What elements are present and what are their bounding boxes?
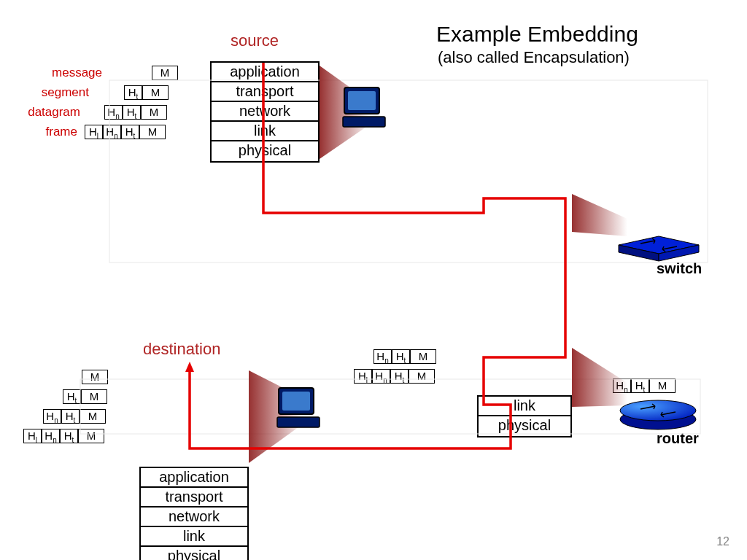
router-row-datagram: HnHtM: [374, 349, 436, 364]
hdr-Ht: Ht: [123, 105, 141, 120]
switch-stack: link physical: [477, 395, 572, 438]
svg-point-16: [620, 400, 696, 421]
hdr-Ht: Ht: [61, 409, 80, 424]
router-icon: [620, 400, 696, 429]
switch-stack-shadow: [483, 188, 578, 230]
dst-row-segment: HtM: [63, 389, 107, 404]
dst-row-frame: HlHnHtM: [23, 429, 104, 443]
encap-label-segment: segment: [31, 85, 89, 100]
layer-link: link: [479, 397, 570, 416]
svg-rect-1: [80, 379, 700, 434]
source-stack: application transport network link physi…: [210, 61, 320, 163]
hdr-Hl: Hl: [23, 429, 42, 443]
svg-point-15: [620, 409, 696, 429]
switch-device-label: switch: [657, 260, 702, 277]
svg-rect-9: [279, 388, 314, 414]
dest-stack-shadow: [145, 361, 255, 463]
hdr-M: M: [141, 105, 167, 120]
svg-marker-12: [619, 236, 699, 254]
dst-row-message: M: [82, 370, 108, 384]
layer-physical: physical: [212, 141, 318, 161]
svg-marker-14: [659, 245, 699, 261]
page-number: 12: [716, 535, 729, 548]
computer-icon: [277, 388, 320, 427]
src-row-message: M: [152, 66, 178, 80]
hdr-Hn: Hn: [103, 125, 121, 139]
hdr-M: M: [142, 85, 169, 100]
hdr-M: M: [139, 125, 166, 139]
svg-rect-0: [109, 80, 708, 262]
hdr-Ht: Ht: [121, 125, 139, 139]
hdr-Hn: Hn: [104, 105, 123, 120]
encap-label-datagram: datagram: [22, 105, 80, 120]
hdr-M: M: [409, 369, 435, 384]
svg-marker-2: [320, 66, 371, 159]
encap-label-frame: frame: [26, 125, 77, 139]
hdr-Ht: Ht: [124, 85, 142, 100]
hdr-Ht: Ht: [392, 349, 410, 364]
svg-marker-4: [572, 194, 627, 236]
svg-rect-10: [282, 392, 310, 411]
hdr-Hl: Hl: [354, 369, 372, 384]
svg-rect-6: [344, 88, 379, 114]
layer-network: network: [141, 508, 247, 527]
hdr-Hn: Hn: [43, 409, 61, 424]
hdr-M: M: [81, 389, 107, 404]
hdr-M: M: [82, 370, 108, 384]
hdr-Hn: Hn: [613, 378, 631, 393]
hdr-Ht: Ht: [631, 378, 649, 393]
encap-label-message: message: [44, 66, 102, 80]
layer-transport: transport: [141, 488, 247, 508]
hdr-M: M: [80, 409, 106, 424]
diagram-svg: [0, 0, 747, 560]
svg-rect-7: [348, 91, 376, 110]
hdr-M: M: [152, 66, 178, 80]
layer-application: application: [141, 468, 247, 488]
switch-icon: [619, 236, 699, 261]
layer-link: link: [141, 527, 247, 547]
layer-transport: transport: [212, 82, 318, 102]
dst-row-datagram: HnHtM: [43, 409, 106, 424]
layer-physical: physical: [141, 547, 247, 560]
svg-marker-13: [619, 245, 659, 261]
src-row-frame: HlHnHtM: [85, 125, 166, 139]
layer-link: link: [212, 122, 318, 141]
hdr-Hn: Hn: [372, 369, 390, 384]
layer-application: application: [212, 63, 318, 82]
computer-icon: [343, 88, 385, 127]
hdr-M: M: [410, 349, 436, 364]
hdr-Hl: Hl: [85, 125, 103, 139]
svg-marker-5: [572, 348, 627, 407]
hdr-Hn: Hn: [42, 429, 60, 443]
destination-label: destination: [143, 340, 220, 359]
hdr-M: M: [649, 378, 676, 393]
router-row-frame: HlHnHtM: [354, 369, 435, 384]
src-row-segment: HtM: [124, 85, 169, 100]
svg-marker-17: [185, 362, 194, 372]
svg-marker-3: [249, 370, 306, 463]
svg-rect-8: [343, 117, 385, 127]
destination-stack: application transport network link physi…: [139, 467, 249, 560]
hdr-Ht: Ht: [390, 369, 409, 384]
page-title: Example Embedding: [436, 22, 638, 47]
svg-rect-11: [277, 417, 320, 427]
page-subtitle: (also called Encapsulation): [438, 48, 630, 67]
hdr-Ht: Ht: [60, 429, 78, 443]
layer-physical: physical: [479, 416, 570, 436]
layer-network: network: [212, 102, 318, 122]
source-label: source: [231, 31, 279, 50]
router-device-label: router: [657, 430, 699, 447]
hdr-M: M: [78, 429, 104, 443]
hdr-Ht: Ht: [63, 389, 81, 404]
src-row-datagram: HnHtM: [104, 105, 167, 120]
router-right-datagram: HnHtM: [613, 378, 676, 393]
hdr-Hn: Hn: [374, 349, 392, 364]
